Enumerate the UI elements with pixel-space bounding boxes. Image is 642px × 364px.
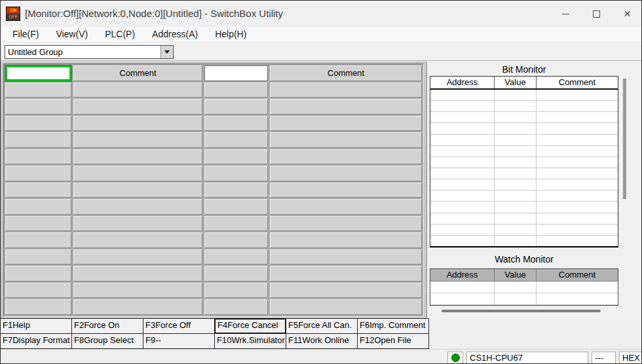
monitor-row[interactable] [430,179,618,191]
address-cell[interactable] [5,283,71,299]
menu-help[interactable]: Help(H) [208,27,253,42]
monitor-row[interactable] [430,146,618,157]
comment-cell[interactable] [73,166,202,181]
address-input[interactable] [204,65,268,81]
menu-plc[interactable]: PLC(P) [98,27,142,42]
address-cell[interactable] [204,283,268,299]
comment-cell[interactable] [270,99,422,115]
f2-button[interactable]: F2Force On [71,318,143,334]
close-button[interactable]: ✕ [612,1,642,27]
monitor-row[interactable] [430,135,618,146]
address-cell[interactable] [204,199,268,215]
horizontal-scrollbar[interactable] [430,308,618,314]
comment-cell[interactable] [73,216,202,232]
comment-cell[interactable] [270,216,422,232]
comment-cell[interactable] [73,149,202,165]
address-cell[interactable] [204,116,268,132]
monitor-row[interactable] [430,157,618,168]
comment-cell[interactable] [73,82,202,98]
comment-cell[interactable] [270,232,422,248]
maximize-button[interactable] [581,1,612,27]
f3-button[interactable]: F3Force Off [143,318,215,334]
comment-cell[interactable] [270,82,422,98]
f12-button[interactable]: F12Open File [357,333,429,349]
comment-cell[interactable] [73,299,202,315]
comment-cell[interactable] [73,183,202,198]
address-cell[interactable] [204,232,268,248]
address-cell[interactable] [204,216,268,232]
address-cell[interactable] [204,166,268,181]
address-cell[interactable] [204,82,268,98]
comment-cell[interactable] [270,166,422,181]
monitor-row[interactable] [430,225,618,236]
address-cell[interactable] [204,299,268,315]
f6-button[interactable]: F6Imp. Comment [357,318,429,334]
comment-cell[interactable] [73,266,202,282]
comment-cell[interactable] [73,232,202,248]
monitor-row[interactable] [430,191,618,202]
comment-cell[interactable] [73,99,202,115]
monitor-row[interactable] [430,123,618,134]
address-cell[interactable] [204,183,268,198]
comment-cell[interactable] [270,132,422,148]
monitor-row[interactable] [430,112,618,123]
address-cell[interactable] [204,99,268,115]
address-cell[interactable] [204,266,268,282]
f11-button[interactable]: F11Work Online [286,333,358,349]
comment-cell[interactable] [73,199,202,215]
address-cell[interactable] [5,266,71,282]
comment-cell[interactable] [73,116,202,132]
comment-cell[interactable] [73,283,202,299]
f5-button[interactable]: F5Force All Can. [286,318,358,334]
vertical-scrollbar[interactable] [621,64,628,315]
monitor-row[interactable] [430,236,618,246]
address-input-selected[interactable] [5,65,71,81]
address-cell[interactable] [204,132,268,148]
combo-dropdown-button[interactable] [160,46,173,58]
group-select-combobox[interactable]: Untitled Group [5,45,174,59]
address-cell[interactable] [5,232,71,248]
address-cell[interactable] [5,116,71,132]
address-cell[interactable] [204,249,268,265]
f7-button[interactable]: F7Display Format [0,333,72,349]
address-cell[interactable] [5,82,71,98]
vertical-scrollbar-thumb[interactable] [623,79,626,199]
comment-cell[interactable] [73,132,202,148]
menu-file[interactable]: File(F) [6,27,45,42]
monitor-row[interactable] [430,90,618,101]
monitor-row[interactable] [430,282,618,293]
comment-cell[interactable] [270,199,422,215]
monitor-row[interactable] [430,213,618,225]
monitor-row[interactable] [430,101,618,112]
f1-button[interactable]: F1Help [0,318,72,334]
comment-cell[interactable] [270,116,422,132]
horizontal-scrollbar-thumb[interactable] [442,310,601,312]
menu-address[interactable]: Address(A) [145,27,204,42]
monitor-row[interactable] [430,202,618,213]
address-cell[interactable] [5,199,71,215]
menu-view[interactable]: View(V) [49,27,94,42]
comment-cell[interactable] [270,183,422,198]
comment-cell[interactable] [270,299,422,315]
comment-cell[interactable] [270,249,422,265]
address-cell[interactable] [5,183,71,198]
f4-button[interactable]: F4Force Cancel [214,318,286,334]
comment-cell[interactable] [73,249,202,265]
address-cell[interactable] [5,216,71,232]
monitor-row[interactable] [430,168,618,179]
comment-cell[interactable] [270,149,422,165]
comment-cell[interactable] [270,283,422,299]
address-cell[interactable] [5,99,71,115]
f8-button[interactable]: F8Group Select [71,333,143,349]
f9-button[interactable]: F9-- [143,333,215,349]
comment-cell[interactable] [270,266,422,282]
address-cell[interactable] [5,132,71,148]
address-cell[interactable] [5,149,71,165]
address-cell[interactable] [5,249,71,265]
address-cell[interactable] [5,299,71,315]
address-cell[interactable] [204,149,268,165]
app-icon[interactable]: ON OFF [6,7,20,21]
monitor-row[interactable] [430,293,618,305]
minimize-button[interactable] [550,1,581,27]
f10-button[interactable]: F10Wrk.Simulator [214,333,286,349]
